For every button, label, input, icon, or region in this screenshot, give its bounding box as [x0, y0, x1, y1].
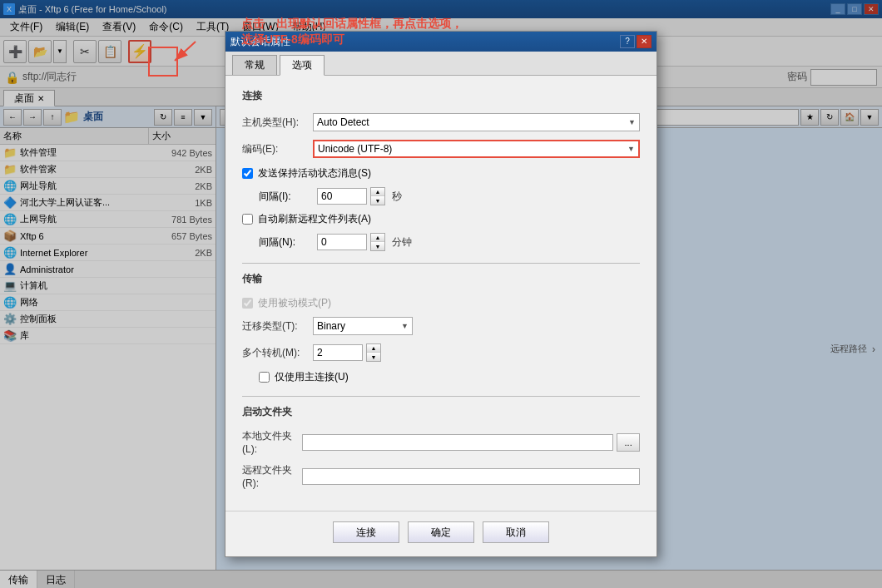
host-type-wrapper: Auto Detect ▼ [313, 113, 640, 131]
connect-button[interactable]: 连接 [333, 521, 399, 543]
host-type-label: 主机类型(H): [242, 116, 313, 130]
encoding-value: Unicode (UTF-8) [318, 143, 392, 155]
interval2-unit: 分钟 [392, 235, 412, 250]
interval2-spinbox-wrapper: 0 ▲ ▼ 分钟 [317, 233, 412, 251]
multi-transfer-up-button[interactable]: ▲ [367, 344, 380, 353]
multi-transfer-spinbox-wrapper: 2 ▲ ▼ [313, 343, 381, 362]
keepalive-checkbox[interactable] [242, 168, 253, 179]
transfer-type-row: 迁移类型(T): Binary ▼ [242, 317, 640, 335]
local-folder-wrapper: ... [302, 433, 640, 452]
transfer-type-select[interactable]: Binary ▼ [313, 317, 413, 335]
local-folder-browse-button[interactable]: ... [617, 433, 640, 452]
interval1-spin-buttons: ▲ ▼ [370, 187, 385, 205]
section-divider [242, 263, 640, 264]
remote-folder-row: 远程文件夹(R): [242, 463, 640, 489]
host-type-arrow-icon: ▼ [628, 118, 636, 126]
host-type-value: Auto Detect [317, 116, 369, 128]
interval1-input[interactable]: 60 [317, 188, 367, 205]
modal-footer: 连接 确定 取消 [225, 511, 657, 556]
host-type-row: 主机类型(H): Auto Detect ▼ [242, 113, 640, 131]
keepalive-label: 发送保持活动状态消息(S) [258, 166, 371, 180]
passive-checkbox[interactable] [242, 298, 253, 309]
encoding-row: 编码(E): Unicode (UTF-8) ▼ [242, 140, 640, 158]
cancel-button[interactable]: 取消 [483, 521, 549, 543]
modal-overlay: 默认会话属性 ? ✕ 常规 选项 连接 主机类型(H): Auto Detect… [0, 0, 882, 588]
multi-transfer-input[interactable]: 2 [313, 344, 363, 361]
encoding-wrapper: Unicode (UTF-8) ▼ [313, 140, 640, 158]
tab-general[interactable]: 常规 [232, 55, 277, 75]
auto-refresh-label: 自动刷新远程文件列表(A) [258, 212, 371, 226]
section-connection-label: 连接 [242, 89, 640, 103]
primary-only-checkbox[interactable] [259, 372, 270, 383]
encoding-arrow-icon: ▼ [627, 145, 635, 153]
interval1-value: 60 [321, 190, 332, 202]
section-startup-label: 启动文件夹 [242, 405, 640, 419]
interval2-up-button[interactable]: ▲ [371, 234, 384, 242]
local-folder-input[interactable] [302, 434, 613, 451]
interval1-down-button[interactable]: ▼ [371, 196, 384, 205]
modal-content: 连接 主机类型(H): Auto Detect ▼ 编码(E): Unicode… [225, 76, 657, 511]
keepalive-row: 发送保持活动状态消息(S) [242, 166, 640, 180]
encoding-select[interactable]: Unicode (UTF-8) ▼ [313, 140, 640, 158]
host-type-select[interactable]: Auto Detect ▼ [313, 113, 640, 131]
local-folder-row: 本地文件夹(L): ... [242, 429, 640, 455]
auto-refresh-row: 自动刷新远程文件列表(A) [242, 212, 640, 226]
multi-transfer-row: 多个转机(M): 2 ▲ ▼ [242, 343, 640, 362]
ok-button[interactable]: 确定 [408, 521, 474, 543]
primary-only-label: 仅使用主连接(U) [275, 370, 349, 384]
passive-row: 使用被动模式(P) [242, 296, 640, 310]
section-divider2 [242, 396, 640, 397]
remote-folder-label: 远程文件夹(R): [242, 463, 302, 489]
interval2-value: 0 [321, 236, 327, 248]
interval2-down-button[interactable]: ▼ [371, 242, 384, 250]
interval1-row: 间隔(I): 60 ▲ ▼ 秒 [259, 187, 640, 205]
multi-transfer-label: 多个转机(M): [242, 346, 313, 360]
modal-tabs: 常规 选项 [225, 52, 657, 76]
session-properties-dialog: 默认会话属性 ? ✕ 常规 选项 连接 主机类型(H): Auto Detect… [225, 31, 657, 557]
interval2-spin-buttons: ▲ ▼ [370, 233, 385, 251]
encoding-label: 编码(E): [242, 142, 313, 156]
interval2-input[interactable]: 0 [317, 234, 367, 250]
section-transfer-label: 传输 [242, 272, 640, 286]
local-folder-label: 本地文件夹(L): [242, 429, 302, 455]
interval1-unit: 秒 [392, 190, 402, 204]
interval1-up-button[interactable]: ▲ [371, 188, 384, 196]
remote-folder-wrapper [302, 468, 640, 485]
remote-folder-input[interactable] [302, 468, 640, 485]
interval1-label: 间隔(I): [259, 190, 317, 204]
auto-refresh-checkbox[interactable] [242, 214, 253, 225]
primary-only-row: 仅使用主连接(U) [259, 370, 640, 384]
modal-title-text: 默认会话属性 [230, 35, 618, 49]
modal-help-button[interactable]: ? [620, 35, 635, 48]
transfer-type-label: 迁移类型(T): [242, 319, 313, 334]
modal-close-button[interactable]: ✕ [637, 35, 652, 48]
interval1-spinbox-wrapper: 60 ▲ ▼ 秒 [317, 187, 402, 205]
transfer-type-value: Binary [317, 320, 345, 332]
multi-transfer-value: 2 [317, 347, 323, 358]
multi-transfer-spin-buttons: ▲ ▼ [366, 343, 381, 362]
modal-title-bar: 默认会话属性 ? ✕ [225, 32, 657, 52]
passive-label: 使用被动模式(P) [258, 296, 331, 310]
interval2-row: 间隔(N): 0 ▲ ▼ 分钟 [259, 233, 640, 251]
multi-transfer-down-button[interactable]: ▼ [367, 353, 380, 361]
tab-options[interactable]: 选项 [280, 55, 325, 76]
transfer-type-arrow-icon: ▼ [401, 322, 409, 330]
interval2-label: 间隔(N): [259, 235, 317, 250]
